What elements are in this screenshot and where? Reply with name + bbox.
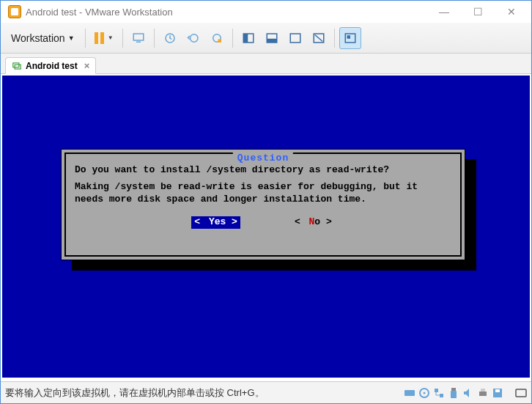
separator [232,29,233,48]
separator [334,29,335,48]
dialog-line-1: Do you want to install /system directory… [75,164,451,177]
stretch-icon [344,32,357,45]
maximize-button[interactable]: ☐ [461,1,495,22]
clock-icon [163,32,177,45]
svg-rect-27 [516,389,526,397]
workstation-menu[interactable]: Workstation ▼ [5,29,81,47]
split-bottom-icon [265,32,278,45]
screen-icon [132,32,145,45]
separator [122,29,123,48]
app-icon [8,5,21,18]
main-toolbar: Workstation ▼ ▼ [1,23,531,54]
split-left-icon [242,32,255,45]
vm-display-area[interactable]: Question Do you want to install /system … [1,74,531,379]
tab-bar: Android test × [1,54,531,74]
svg-rect-26 [495,389,500,392]
yes-button[interactable]: < Yes > [191,216,240,229]
dialog-body: Do you want to install /system directory… [75,164,451,206]
svg-rect-5 [218,39,221,43]
dialog-frame: Question Do you want to install /system … [64,153,462,257]
window-title: Android test - VMware Workstation [26,7,427,18]
fullscreen-icon [289,32,302,45]
pause-icon [95,32,104,44]
snapshot-button[interactable] [159,27,181,49]
svg-rect-13 [347,35,350,39]
status-message: 要将输入定向到该虚拟机，请在虚拟机内部单击或按 Ctrl+G。 [5,386,404,400]
send-ctrl-alt-del-button[interactable] [128,27,149,49]
svg-rect-0 [133,34,144,40]
separator [154,29,155,48]
vm-icon [12,61,22,71]
clock-manage-icon [210,32,223,45]
svg-rect-9 [267,38,277,42]
svg-point-3 [190,34,198,42]
sound-icon[interactable] [462,387,474,399]
status-tray [404,387,527,399]
stretch-guest-button[interactable] [339,27,361,49]
window-titlebar: Android test - VMware Workstation — ☐ ✕ [1,1,531,23]
workstation-menu-label: Workstation [11,32,65,44]
clock-back-icon [187,32,200,45]
svg-rect-16 [404,390,415,396]
dropdown-arrow-icon: ▼ [68,34,75,42]
tab-close-icon[interactable]: × [84,60,90,71]
unity-button[interactable] [308,27,330,49]
revert-snapshot-button[interactable] [182,27,204,49]
fullscreen-button[interactable] [284,27,306,49]
svg-rect-24 [481,389,485,392]
svg-rect-23 [479,392,487,396]
tab-android-test[interactable]: Android test × [5,57,96,74]
unity-icon [312,32,325,45]
cd-icon[interactable] [418,387,430,399]
svg-rect-19 [435,389,438,392]
window-controls: — ☐ ✕ [427,1,528,22]
tab-label: Android test [26,61,78,71]
question-dialog: Question Do you want to install /system … [61,149,465,260]
svg-rect-10 [290,34,300,43]
svg-point-18 [424,392,426,394]
usb-icon[interactable] [448,387,459,399]
minimize-button[interactable]: — [427,1,461,22]
show-thumbnail-button[interactable] [261,27,283,49]
network-icon[interactable] [433,387,445,399]
printer-icon[interactable] [477,387,489,399]
svg-rect-7 [243,34,248,43]
manage-snapshots-button[interactable] [206,27,228,49]
close-button[interactable]: ✕ [495,1,528,22]
status-bar: 要将输入定向到该虚拟机，请在虚拟机内部单击或按 Ctrl+G。 [1,381,531,403]
svg-rect-22 [451,391,457,398]
show-console-button[interactable] [237,27,259,49]
svg-rect-1 [136,41,141,43]
dropdown-arrow-icon: ▼ [108,34,114,41]
dialog-title: Question [233,153,293,165]
no-button[interactable]: < No > [292,216,335,229]
svg-rect-20 [440,394,443,397]
svg-rect-21 [451,388,456,391]
separator [85,29,86,48]
dialog-buttons: < Yes > < No > [75,216,451,229]
messages-icon[interactable] [515,387,527,399]
pause-button[interactable]: ▼ [90,27,118,49]
floppy-icon[interactable] [492,387,503,399]
dialog-line-2: Making /system be read-write is easier f… [75,181,451,206]
harddisk-icon[interactable] [404,387,415,399]
guest-console[interactable]: Question Do you want to install /system … [2,76,530,378]
